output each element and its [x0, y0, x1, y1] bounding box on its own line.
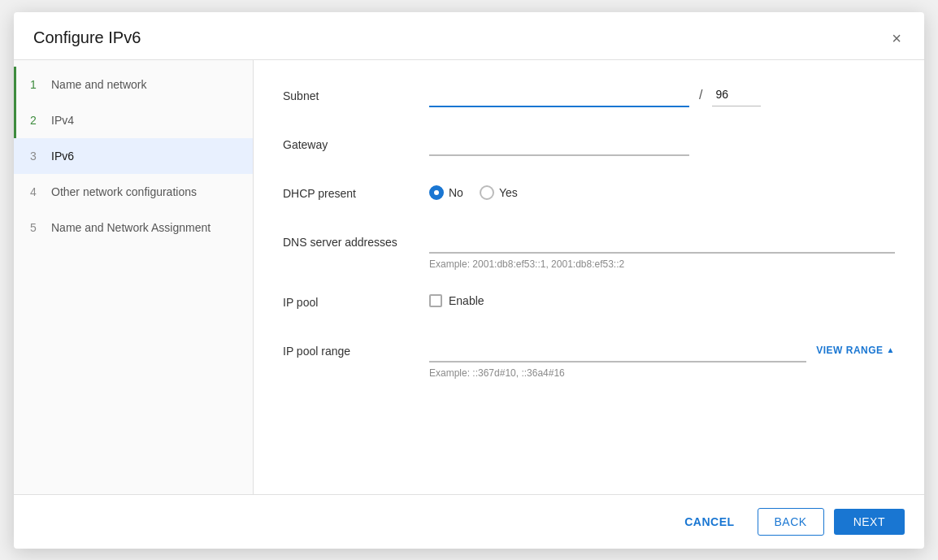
- chevron-up-icon: ▲: [887, 345, 895, 354]
- step-5-number: 5: [30, 221, 43, 234]
- dns-control: Example: 2001:db8:ef53::1, 2001:db8:ef53…: [429, 229, 895, 270]
- close-button[interactable]: ×: [888, 27, 905, 50]
- subnet-row: Subnet /: [283, 83, 895, 112]
- ip-pool-checkbox[interactable]: [429, 294, 442, 307]
- dialog-body: 1 Name and network 2 IPv4 3 IPv6 4 Other…: [14, 60, 924, 494]
- step-1-label: Name and network: [51, 78, 147, 91]
- back-button[interactable]: BACK: [758, 508, 824, 536]
- step-3-number: 3: [30, 150, 43, 163]
- ip-pool-range-example: Example: ::367d#10, ::36a4#16: [429, 367, 806, 379]
- step-5-label: Name and Network Assignment: [51, 221, 211, 234]
- ip-pool-range-input-wrapper: Example: ::367d#10, ::36a4#16: [429, 338, 806, 379]
- ip-pool-label: IP pool: [283, 289, 429, 309]
- dialog-footer: CANCEL BACK NEXT: [14, 494, 924, 549]
- dhcp-label: DHCP present: [283, 180, 429, 200]
- step-4-label: Other network configurations: [51, 185, 197, 198]
- step-2-number: 2: [30, 114, 43, 127]
- step-4-number: 4: [30, 185, 43, 198]
- dhcp-yes-label: Yes: [499, 186, 518, 199]
- ip-pool-control: Enable: [429, 289, 895, 307]
- dialog-title: Configure IPv6: [33, 28, 141, 47]
- ip-pool-range-row: IP pool range Example: ::367d#10, ::36a4…: [283, 338, 895, 379]
- dhcp-yes-option[interactable]: Yes: [480, 185, 518, 200]
- gateway-control: [429, 132, 895, 156]
- next-button[interactable]: NEXT: [834, 509, 905, 535]
- gateway-row: Gateway: [283, 132, 895, 161]
- dialog-header: Configure IPv6 ×: [14, 12, 924, 60]
- dhcp-radio-group: No Yes: [429, 180, 895, 200]
- subnet-label: Subnet: [283, 83, 429, 102]
- view-range-label: VIEW RANGE: [816, 345, 883, 356]
- dns-example: Example: 2001:db8:ef53::1, 2001:db8:ef53…: [429, 258, 895, 270]
- step-2-label: IPv4: [51, 114, 74, 127]
- dhcp-no-label: No: [449, 186, 463, 199]
- ip-pool-checkbox-label: Enable: [449, 294, 484, 307]
- sidebar-item-ipv6[interactable]: 3 IPv6: [14, 138, 253, 174]
- sidebar-item-name-and-network[interactable]: 1 Name and network: [14, 67, 253, 102]
- slash-separator: /: [696, 88, 706, 102]
- dhcp-row: DHCP present No Yes: [283, 180, 895, 210]
- ip-pool-checkbox-row: Enable: [429, 289, 895, 307]
- dns-row: DNS server addresses Example: 2001:db8:e…: [283, 229, 895, 270]
- sidebar-item-name-network-assignment[interactable]: 5 Name and Network Assignment: [14, 210, 253, 245]
- main-content: Subnet / Gateway DHCP present: [254, 60, 924, 494]
- dhcp-no-option[interactable]: No: [429, 185, 463, 200]
- dhcp-no-radio[interactable]: [429, 185, 444, 200]
- ip-pool-row: IP pool Enable: [283, 289, 895, 319]
- subnet-input[interactable]: [429, 83, 689, 107]
- subnet-control: /: [429, 83, 895, 107]
- dns-input[interactable]: [429, 229, 895, 254]
- gateway-label: Gateway: [283, 132, 429, 151]
- dhcp-yes-radio[interactable]: [480, 185, 494, 200]
- view-range-button[interactable]: VIEW RANGE ▲: [806, 338, 895, 356]
- sidebar: 1 Name and network 2 IPv4 3 IPv6 4 Other…: [14, 60, 254, 494]
- add-network-protocol-dialog: Configure IPv6 × 1 Name and network 2 IP…: [14, 12, 924, 549]
- subnet-input-row: /: [429, 83, 895, 107]
- dhcp-control: No Yes: [429, 180, 895, 200]
- ip-pool-range-input[interactable]: [429, 338, 806, 362]
- gateway-input[interactable]: [429, 132, 689, 156]
- cancel-button[interactable]: CANCEL: [671, 509, 747, 535]
- sidebar-item-other-network[interactable]: 4 Other network configurations: [14, 174, 253, 210]
- ip-pool-range-label: IP pool range: [283, 338, 429, 358]
- sidebar-item-ipv4[interactable]: 2 IPv4: [14, 102, 253, 138]
- subnet-prefix-input[interactable]: [712, 83, 761, 106]
- step-1-number: 1: [30, 78, 43, 91]
- ip-pool-range-control: Example: ::367d#10, ::36a4#16 VIEW RANGE…: [429, 338, 895, 379]
- step-3-label: IPv6: [51, 150, 74, 163]
- dns-label: DNS server addresses: [283, 229, 429, 249]
